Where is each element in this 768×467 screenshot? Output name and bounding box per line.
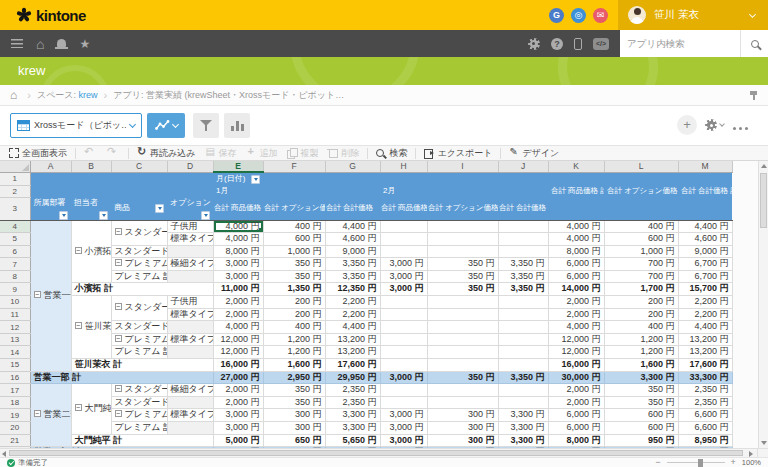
header-cell[interactable]: 合計 商品価格 [380,197,427,220]
collapse-icon[interactable]: − [75,247,82,254]
header-cell[interactable]: 合計 合計価格 [325,197,380,220]
design-button[interactable]: デザイン [504,146,564,160]
row-header[interactable]: 16 [0,371,30,384]
cell[interactable]: 3,000 円 [380,422,427,435]
cell[interactable]: 2,350 円 [325,396,380,409]
column-header-b[interactable]: B [71,161,111,172]
cell[interactable]: −笹川茉衣 [71,296,111,359]
zoom-slider-thumb[interactable] [698,459,703,467]
undo-button[interactable] [79,146,102,160]
scroll-left-icon[interactable] [2,451,6,457]
cell[interactable]: 笹川茉衣 計 [71,359,213,372]
cell[interactable]: −プレミアム [111,333,167,346]
cell[interactable]: −小濱拓 [71,220,111,283]
cell[interactable] [427,321,498,334]
header-cell[interactable]: 2月 [380,185,548,197]
cell[interactable]: 650 円 [263,434,325,447]
cell[interactable]: 極細タイプ [167,384,213,397]
cell[interactable]: 3,300 円 [604,371,678,384]
cell[interactable]: 2,350 円 [678,384,732,397]
row-header[interactable]: 19 [0,409,30,422]
cell[interactable]: 300 円 [427,409,498,422]
header-cell[interactable]: 商品 [111,197,167,220]
cell[interactable]: 4,400 円 [325,321,380,334]
cell[interactable]: 2,200 円 [325,308,380,321]
cell[interactable]: 2,200 円 [325,296,380,309]
cell[interactable]: −スタンダード [111,296,167,321]
cell[interactable]: 3,300 円 [498,409,548,422]
column-header-a[interactable]: A [30,161,71,172]
cell[interactable] [380,321,427,334]
cell[interactable] [498,321,548,334]
cell[interactable]: 3,350 円 [498,283,548,296]
home-icon[interactable]: ⌂ [36,37,44,51]
cell[interactable]: −プレミアム [111,258,167,271]
cell[interactable]: 400 円 [263,321,325,334]
filter-dropdown-icon[interactable] [251,175,260,184]
cell[interactable]: 17,600 円 [678,359,732,372]
cell[interactable]: 200 円 [604,308,678,321]
vertical-scrollbar[interactable] [758,161,768,448]
cell[interactable]: 4,400 円 [325,220,380,233]
collapse-icon[interactable]: − [115,385,122,392]
cell[interactable]: 3,000 円 [380,434,427,447]
collapse-icon[interactable]: − [34,291,41,298]
search-input[interactable] [620,30,740,57]
cell[interactable]: 大門純平 計 [71,434,213,447]
settings-gear-icon[interactable] [528,38,540,50]
row-header[interactable]: 18 [0,396,30,409]
cell[interactable]: 15,700 円 [678,283,732,296]
column-header-j[interactable]: J [498,161,548,172]
column-header-c[interactable]: C [111,161,167,172]
cell[interactable]: プレミアム 計 [111,346,167,359]
column-header-m[interactable]: M [678,161,732,172]
cell[interactable] [498,333,548,346]
cell[interactable]: 14,000 円 [548,283,604,296]
cell[interactable]: −スタンダード [111,220,167,245]
cell[interactable]: 3,000 円 [380,283,427,296]
cell[interactable] [427,359,498,372]
cell[interactable]: 2,350 円 [325,384,380,397]
cell[interactable]: 400 円 [604,321,678,334]
cell[interactable] [498,308,548,321]
collapse-icon[interactable]: − [115,259,122,266]
row-header[interactable]: 15 [0,359,30,372]
cell[interactable] [427,396,498,409]
mail-badge[interactable]: ✉ [593,8,608,23]
column-header-i[interactable]: I [427,161,498,172]
cell[interactable]: 12,000 円 [548,333,604,346]
cell[interactable]: 8,000 円 [213,245,263,258]
collapse-icon[interactable]: − [115,228,122,235]
horizontal-scrollbar-thumb[interactable] [9,450,743,456]
breadcrumb-app-name[interactable]: アプリ: 営業実績 (krewSheet・Xrossモード・ピボット… [113,89,344,102]
cell[interactable]: −大門純平 [71,384,111,434]
cell[interactable]: 29,950 円 [325,371,380,384]
cell[interactable] [498,296,548,309]
cell[interactable]: 4,000 円 [213,321,263,334]
cell[interactable]: 2,000 円 [213,308,263,321]
column-header-d[interactable]: D [167,161,213,172]
save-button[interactable]: 保存 [200,146,241,160]
row-header[interactable]: 9 [0,283,30,296]
breadcrumb-space-link[interactable]: krew [79,90,98,100]
cell[interactable]: 1,200 円 [604,346,678,359]
cell[interactable]: 600 円 [604,409,678,422]
filter-dropdown-icon[interactable] [201,211,210,220]
cell[interactable]: 4,600 円 [678,233,732,246]
cell[interactable] [498,220,548,233]
cell[interactable]: 6,600 円 [678,422,732,435]
scroll-up-icon[interactable] [761,164,767,168]
cell[interactable]: 2,000 円 [548,296,604,309]
cell[interactable]: 2,000 円 [213,384,263,397]
cell[interactable]: 12,000 円 [548,346,604,359]
cell[interactable]: 350 円 [263,258,325,271]
cell[interactable]: 16,000 円 [213,359,263,372]
collapse-icon[interactable]: − [34,410,41,417]
cell[interactable]: 600 円 [604,233,678,246]
cell[interactable]: 2,000 円 [548,384,604,397]
cell[interactable]: 6,000 円 [548,270,604,283]
collapse-icon[interactable]: − [115,303,122,310]
cell[interactable]: −営業一部 [30,220,71,371]
cell[interactable]: 350 円 [263,396,325,409]
reload-button[interactable]: 再読み込み [132,146,200,160]
